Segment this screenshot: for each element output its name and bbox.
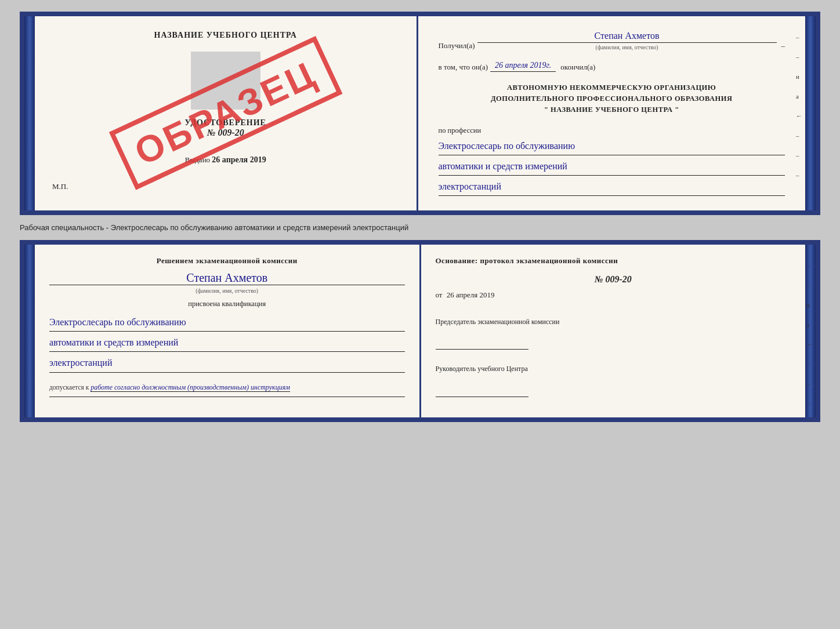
org-line3: " НАЗВАНИЕ УЧЕБНОГО ЦЕНТРА ": [544, 106, 679, 114]
qual-line1: Электрослесарь по обслуживанию: [49, 314, 405, 332]
bottom-line: [49, 397, 405, 397]
predsedatel-signature-line: [436, 338, 528, 350]
mp-block: М.П.: [52, 182, 68, 191]
osnovaniye-title: Основание: протокол экзаменационной коми…: [436, 256, 791, 266]
po-professii-label: по профессии: [439, 126, 785, 135]
udostoverenie-title: УДОСТОВЕРЕНИЕ: [185, 118, 266, 128]
top-booklet-right-spine: [805, 16, 816, 210]
dopuskaetsya-block: допускается к работе согласно должностны…: [49, 383, 405, 392]
top-booklet-left-page: НАЗВАНИЕ УЧЕБНОГО ЦЕНТРА УДОСТОВЕРЕНИЕ №…: [35, 16, 418, 210]
decision-title: Решением экзаменационной комиссии: [49, 256, 405, 266]
vtom-date: 26 апреля 2019г.: [490, 61, 556, 72]
org-text: АВТОНОМНУЮ НЕКОММЕРЧЕСКУЮ ОРГАНИЗАЦИЮ ДО…: [439, 82, 785, 115]
vydano-block: Выдано 26 апреля 2019: [185, 155, 266, 165]
bottom-name: Степан Ахметов: [49, 271, 405, 285]
fio-label: (фамилия, имя, отчество): [477, 44, 777, 50]
top-booklet: НАЗВАНИЕ УЧЕБНОГО ЦЕНТРА УДОСТОВЕРЕНИЕ №…: [20, 12, 820, 215]
recipient-name: Степан Ахметов: [477, 31, 777, 43]
vtom-row: в том, что он(а) 26 апреля 2019г. окончи…: [439, 61, 785, 72]
caption-text: Рабочая специальность - Электрослесарь п…: [20, 223, 408, 232]
udostoverenie-block: УДОСТОВЕРЕНИЕ № 009-20: [185, 118, 266, 138]
profession-line1: Электрослесарь по обслуживанию: [439, 138, 785, 155]
top-booklet-left-spine: [24, 16, 35, 210]
ot-label: от: [436, 290, 443, 299]
left-title: НАЗВАНИЕ УЧЕБНОГО ЦЕНТРА: [154, 31, 297, 40]
bottom-booklet-left-page: Решением экзаменационной комиссии Степан…: [35, 245, 421, 418]
qual-line3: электростанций: [49, 354, 405, 372]
caption: Рабочая специальность - Электрослесарь п…: [20, 221, 820, 234]
bottom-right-side-dashes: – – и а ← – – –: [806, 262, 813, 407]
ot-line: от 26 апреля 2019: [436, 290, 791, 300]
top-booklet-right-page: Получил(а) Степан Ахметов (фамилия, имя,…: [418, 16, 806, 210]
org-line1: АВТОНОМНУЮ НЕКОММЕРЧЕСКУЮ ОРГАНИЗАЦИЮ: [507, 83, 716, 92]
bottom-booklet-left-spine: [24, 245, 35, 418]
qual-line2: автоматики и средств измерений: [49, 334, 405, 352]
rukovoditel-signature-line: [436, 386, 528, 397]
vtom-label: в том, что он(а): [439, 63, 488, 72]
predsedatel-block: Председатель экзаменационной комиссии: [436, 317, 791, 359]
bottom-booklet-right-page: Основание: протокол экзаменационной коми…: [421, 245, 806, 418]
bottom-fio-label: (фамилия, имя, отчество): [49, 288, 405, 294]
dopuskaetsya-label: допускается к: [49, 384, 89, 391]
org-line2: ДОПОЛНИТЕЛЬНОГО ПРОФЕССИОНАЛЬНОГО ОБРАЗО…: [491, 94, 733, 103]
poluchil-row: Получил(а) Степан Ахметов (фамилия, имя,…: [439, 31, 785, 50]
ot-date: 26 апреля 2019: [447, 290, 495, 299]
vydano-label: Выдано: [185, 155, 210, 164]
profession-line3: электростанций: [439, 179, 785, 196]
rukovoditel-block: Руководитель учебного Центра: [436, 364, 791, 406]
poluchil-label: Получил(а): [439, 41, 475, 50]
bottom-booklet: Решением экзаменационной комиссии Степан…: [20, 240, 820, 423]
protocol-number: № 009-20: [436, 274, 791, 285]
vydano-date: 26 апреля 2019: [212, 155, 266, 164]
prisvoena-label: присвоена квалификация: [49, 300, 405, 308]
right-side-dashes: – – и а ← – – –: [796, 34, 802, 179]
predsedatel-label: Председатель экзаменационной комиссии: [436, 317, 791, 327]
okonchil-label: окончил(а): [560, 63, 595, 72]
dopuskaetsya-italic: работе согласно должностным (производств…: [90, 383, 290, 392]
profession-line2: автоматики и средств измерений: [439, 158, 785, 176]
rukovoditel-label: Руководитель учебного Центра: [436, 364, 791, 374]
cert-number: № 009-20: [185, 128, 266, 138]
photo-placeholder: [191, 52, 260, 110]
